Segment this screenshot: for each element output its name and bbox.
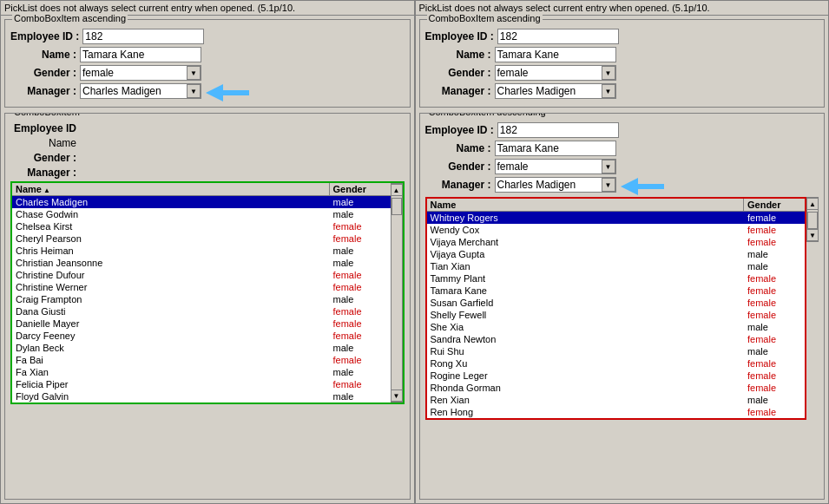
right-dropdown[interactable]: Name Gender Whitney RogersfemaleWendy Co… (425, 197, 819, 420)
left-dropdown-inner: Name▲ Gender Charles MadigenmaleChase Go… (12, 183, 391, 403)
r-manager-dropdown-btn[interactable]: ▼ (602, 84, 615, 98)
list-item[interactable]: Christine Wernerfemale (12, 281, 391, 293)
list-item[interactable]: Rogine Legerfemale (427, 370, 806, 382)
r-emp-id-row: Employee ID : (425, 29, 819, 44)
emp-id-input[interactable] (82, 29, 204, 44)
list-item[interactable]: Vijaya Guptamale (427, 248, 806, 260)
left-dropdown-rows: Charles MadigenmaleChase GodwinmaleChels… (12, 196, 391, 403)
right-panel: PickList does not always select current … (415, 0, 830, 504)
left-section2-label: ComboBoxItem (12, 113, 82, 117)
list-item[interactable]: She Xiamale (427, 321, 806, 333)
r-gender2-select[interactable]: female ▼ (495, 159, 616, 174)
name-label: Name : (10, 49, 80, 61)
right-scroll-up[interactable]: ▲ (806, 198, 819, 210)
r-emp-id2-label: Employee ID : (425, 124, 497, 136)
r-gender-dropdown-btn[interactable]: ▼ (602, 66, 615, 80)
list-item[interactable]: Fa Xianmale (12, 366, 391, 378)
gender2-row: Gender : (10, 152, 405, 164)
list-item[interactable]: Danielle Mayerfemale (12, 317, 391, 330)
blue-arrow-right (621, 178, 664, 198)
right-section2: ComboBoxItem descending Employee ID : Na… (419, 113, 826, 500)
r-emp-id-input[interactable] (497, 29, 619, 44)
left-scrollbar[interactable]: ▲ ▼ (391, 183, 403, 403)
r-gender2-dropdown-btn[interactable]: ▼ (602, 160, 615, 173)
emp-id-row: Employee ID : (10, 29, 405, 44)
right-section2-label: ComboBoxItem descending (427, 113, 548, 117)
r-emp-id2-input[interactable] (497, 122, 619, 138)
list-item[interactable]: Tammy Plantfemale (427, 272, 806, 285)
left-scroll-down[interactable]: ▼ (391, 389, 403, 402)
r-gender-select[interactable]: female ▼ (495, 65, 616, 81)
r-manager2-row: Manager : Charles Madigen ▼ (425, 177, 819, 193)
list-item[interactable]: Christine Dufourfemale (12, 269, 391, 281)
list-item[interactable]: Darcy Feeneyfemale (12, 330, 391, 342)
emp-id2-row: Employee ID (10, 122, 405, 134)
list-item[interactable]: Tian Xianmale (427, 260, 806, 272)
left-dropdown-header: Name▲ Gender (12, 183, 391, 196)
manager-row: Manager : Charles Madigen ▼ (10, 83, 405, 99)
r-name-label: Name : (425, 49, 495, 61)
list-item[interactable]: Charles Madigenmale (12, 196, 391, 208)
list-item[interactable]: Fa Baifemale (12, 354, 391, 366)
r-gender2-row: Gender : female ▼ (425, 159, 819, 174)
list-item[interactable]: Craig Framptonmale (12, 293, 391, 305)
list-item[interactable]: Chelsea Kirstfemale (12, 220, 391, 232)
emp-id2-label: Employee ID (10, 122, 80, 134)
left-section1: ComboBoxItem ascending Employee ID : Nam… (4, 19, 411, 108)
gender-label: Gender : (10, 67, 80, 79)
manager-select[interactable]: Charles Madigen ▼ (80, 83, 201, 99)
list-item[interactable]: Cheryl Pearsonfemale (12, 232, 391, 245)
left-scroll-thumb[interactable] (391, 198, 402, 215)
list-item[interactable]: Sandra Newtonfemale (427, 333, 806, 345)
gender2-label: Gender : (10, 152, 80, 164)
manager-dropdown-btn[interactable]: ▼ (187, 84, 201, 98)
gender-row: Gender : female ▼ (10, 65, 405, 81)
r-name2-input[interactable] (495, 141, 616, 156)
r-gender-label: Gender : (425, 67, 495, 79)
r-manager2-select[interactable]: Charles Madigen ▼ (495, 177, 616, 193)
right-section1: ComboBoxItem ascending Employee ID : Nam… (419, 19, 826, 108)
list-item[interactable]: Ren Xianmale (427, 394, 806, 406)
list-item[interactable]: Rong Xufemale (427, 357, 806, 370)
name-input[interactable] (80, 47, 201, 62)
right-scrollbar[interactable]: ▲ ▼ (806, 197, 819, 242)
r-manager-label: Manager : (425, 85, 495, 97)
list-item[interactable]: Shelly Fewellfemale (427, 309, 806, 321)
right-dropdown-rows: Whitney RogersfemaleWendy CoxfemaleVijay… (427, 212, 806, 418)
left-section1-label: ComboBoxItem ascending (12, 13, 128, 23)
list-item[interactable]: Floyd Galvinmale (12, 390, 391, 403)
manager-label: Manager : (10, 85, 80, 97)
r-manager-select[interactable]: Charles Madigen ▼ (495, 83, 616, 99)
list-item[interactable]: Rui Shumale (427, 345, 806, 357)
right-dropdown-list: Name Gender Whitney RogersfemaleWendy Co… (425, 197, 807, 420)
right-scroll-thumb[interactable] (807, 212, 818, 229)
list-item[interactable]: Wendy Coxfemale (427, 224, 806, 236)
list-item[interactable]: Christian Jeansonnemale (12, 257, 391, 269)
r-manager2-dropdown-btn[interactable]: ▼ (602, 178, 615, 192)
list-item[interactable]: Chris Heimanmale (12, 245, 391, 257)
name2-label: Name (10, 137, 80, 149)
right-scroll-down[interactable]: ▼ (806, 229, 819, 241)
list-item[interactable]: Dylan Beckmale (12, 342, 391, 354)
list-item[interactable]: Whitney Rogersfemale (427, 212, 806, 224)
list-item[interactable]: Felicia Piperfemale (12, 378, 391, 390)
right-section1-label: ComboBoxItem ascending (427, 13, 543, 23)
r-name-row: Name : (425, 47, 819, 62)
gender-select[interactable]: female ▼ (80, 65, 201, 81)
left-panel: PickList does not always select current … (0, 0, 415, 504)
r-emp-id2-row: Employee ID : (425, 122, 819, 138)
left-scroll-up[interactable]: ▲ (391, 184, 403, 196)
list-item[interactable]: Chase Godwinmale (12, 208, 391, 220)
left-dropdown[interactable]: Name▲ Gender Charles MadigenmaleChase Go… (10, 181, 405, 404)
list-item[interactable]: Susan Garfieldfemale (427, 297, 806, 309)
gender-dropdown-btn[interactable]: ▼ (187, 66, 201, 80)
list-item[interactable]: Ren Hongfemale (427, 406, 806, 418)
name-row: Name : (10, 47, 405, 62)
r-name-input[interactable] (495, 47, 616, 62)
manager2-label: Manager : (10, 167, 80, 179)
name2-row: Name (10, 137, 405, 149)
list-item[interactable]: Vijaya Merchantfemale (427, 236, 806, 248)
list-item[interactable]: Dana Giustifemale (12, 305, 391, 317)
list-item[interactable]: Tamara Kanefemale (427, 285, 806, 297)
list-item[interactable]: Rhonda Gormanfemale (427, 382, 806, 394)
